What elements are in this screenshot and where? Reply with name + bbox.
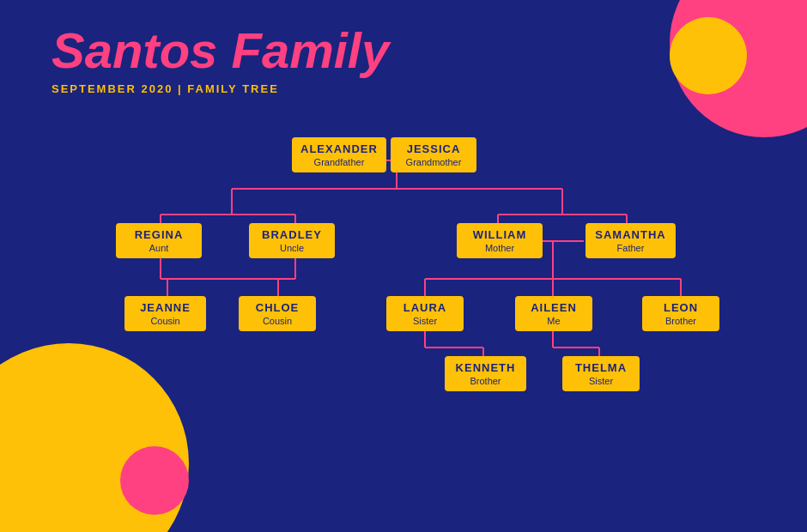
node-laura: LAURA Sister — [386, 296, 464, 331]
node-aileen: AILEEN Me — [515, 296, 592, 331]
family-tree: ALEXANDER Grandfather JESSICA Grandmothe… — [0, 129, 807, 532]
node-chloe: CHLOE Cousin — [239, 296, 316, 331]
node-kenneth: KENNETH Brother — [445, 356, 526, 391]
node-regina: REGINA Aunt — [116, 223, 202, 258]
node-bradley: BRADLEY Uncle — [249, 223, 335, 258]
node-samantha: SAMANTHA Father — [586, 223, 676, 258]
node-leon: LEON Brother — [642, 296, 719, 331]
page-subtitle: SEPTEMBER 2020 | FAMILY TREE — [52, 82, 389, 95]
node-alexander: ALEXANDER Grandfather — [292, 137, 386, 172]
header: Santos Family SEPTEMBER 2020 | FAMILY TR… — [52, 26, 389, 95]
node-thelma: THELMA Sister — [562, 356, 640, 391]
page-title: Santos Family — [52, 26, 389, 76]
node-jessica: JESSICA Grandmother — [391, 137, 476, 172]
node-william: WILLIAM Mother — [457, 223, 543, 258]
deco-top-right-yellow — [670, 17, 747, 94]
node-jeanne: JEANNE Cousin — [124, 296, 206, 331]
